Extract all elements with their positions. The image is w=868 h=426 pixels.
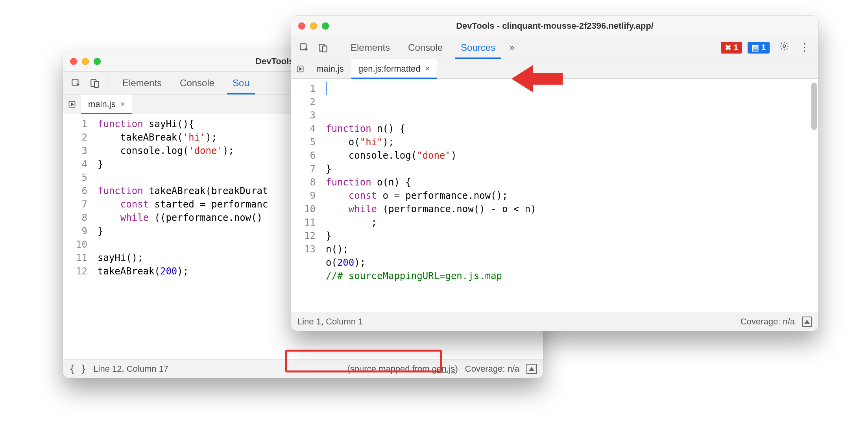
settings-gear-icon[interactable]: [775, 41, 793, 54]
close-window-button[interactable]: [298, 22, 305, 30]
statusbar: Line 1, Column 1 Coverage: n/a: [291, 312, 818, 331]
close-icon[interactable]: ×: [425, 64, 430, 73]
scrollbar-thumb[interactable]: [811, 83, 817, 130]
file-tab-gen-js-formatted[interactable]: gen.js:formatted ×: [351, 59, 437, 78]
svg-rect-6: [323, 46, 327, 52]
error-count-badge[interactable]: ✖ 1: [721, 42, 742, 54]
source-map-link[interactable]: gen.js: [432, 364, 455, 374]
inspect-element-icon[interactable]: [68, 75, 84, 91]
minimize-window-button[interactable]: [82, 58, 89, 65]
file-tab-label: gen.js:formatted: [358, 64, 421, 74]
file-tabbar: main.js gen.js:formatted ×: [291, 59, 818, 79]
file-tab-main-js[interactable]: main.js ×: [81, 94, 132, 114]
zoom-window-button[interactable]: [322, 22, 329, 30]
close-icon[interactable]: ×: [120, 100, 125, 109]
cursor-position: Line 1, Column 1: [297, 317, 363, 327]
code-editor[interactable]: 12345678910111213 function n() { o("hi")…: [291, 79, 818, 312]
panel-tab-console[interactable]: Console: [172, 72, 222, 94]
more-menu-icon[interactable]: ⋮: [796, 41, 814, 54]
line-gutter: 12345678910111213: [291, 79, 320, 312]
file-tab-main-js[interactable]: main.js: [309, 59, 351, 78]
svg-rect-2: [94, 81, 99, 87]
toolbar: Elements Console Sources » ✖ 1 ▤ 1 ⋮: [291, 36, 818, 59]
panel-tab-elements[interactable]: Elements: [115, 72, 170, 94]
message-icon: ▤: [752, 43, 759, 52]
separator: [337, 40, 337, 55]
more-tabs-chevron-icon[interactable]: »: [506, 43, 518, 53]
coverage-label: Coverage: n/a: [741, 317, 795, 327]
coverage-label: Coverage: n/a: [465, 364, 519, 374]
code-content[interactable]: function n() { o("hi"); console.log("don…: [320, 79, 818, 312]
error-icon: ✖: [725, 43, 731, 52]
expand-drawer-icon[interactable]: [526, 364, 537, 374]
device-toolbar-icon[interactable]: [315, 39, 331, 56]
file-tab-label: main.js: [316, 64, 344, 74]
minimize-window-button[interactable]: [310, 22, 317, 30]
statusbar: { } Line 12, Column 17 (source mapped fr…: [63, 359, 543, 378]
line-gutter: 123456789101112: [63, 114, 92, 359]
devtools-window-right: DevTools - clinquant-mousse-2f2396.netli…: [291, 16, 818, 331]
file-tab-label: main.js: [88, 99, 116, 109]
cursor-position: Line 12, Column 17: [93, 364, 168, 374]
run-snippet-icon[interactable]: [63, 94, 81, 114]
cursor-indicator: [326, 82, 327, 95]
close-window-button[interactable]: [70, 58, 77, 65]
expand-drawer-icon[interactable]: [802, 317, 812, 327]
titlebar[interactable]: DevTools - clinquant-mousse-2f2396.netli…: [291, 16, 818, 36]
panel-tab-sources[interactable]: Sources: [453, 36, 503, 59]
window-title: DevTools - clinquant-mousse-2f2396.netli…: [291, 21, 818, 31]
panel-tab-console[interactable]: Console: [400, 36, 451, 59]
svg-point-7: [783, 45, 786, 48]
run-snippet-icon[interactable]: [291, 59, 309, 78]
device-toolbar-icon[interactable]: [87, 75, 103, 91]
separator: [109, 76, 109, 91]
zoom-window-button[interactable]: [94, 58, 101, 65]
panel-tab-sources[interactable]: Sou: [225, 72, 257, 94]
source-map-indicator[interactable]: (source mapped from gen.js): [347, 364, 458, 374]
panel-tab-elements[interactable]: Elements: [343, 36, 398, 59]
inspect-element-icon[interactable]: [296, 39, 312, 56]
pretty-print-button[interactable]: { }: [69, 363, 86, 374]
issue-count-badge[interactable]: ▤ 1: [748, 42, 770, 54]
